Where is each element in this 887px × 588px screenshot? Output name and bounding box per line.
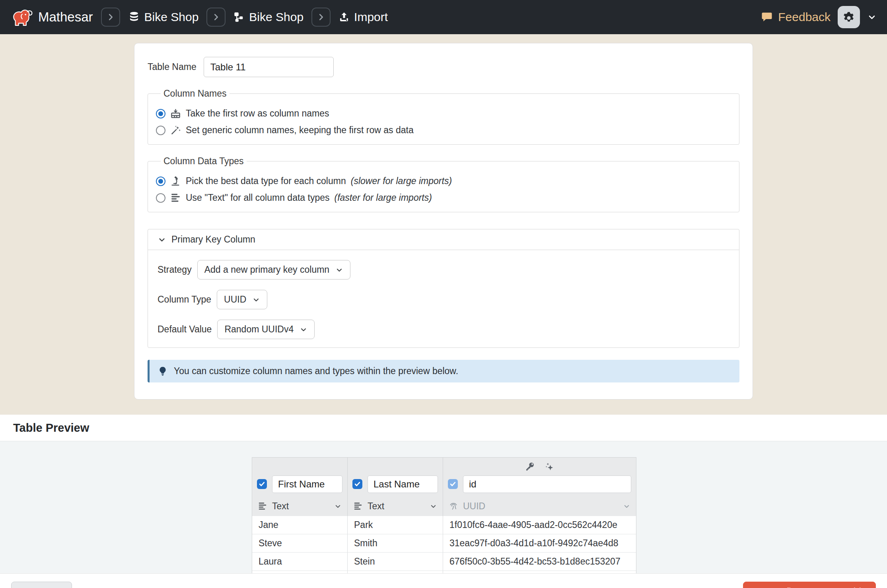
radio-first-row-as-headers[interactable] xyxy=(156,109,165,118)
column-names-legend: Column Names xyxy=(161,88,230,99)
cancel-button[interactable]: Cancel xyxy=(11,582,72,588)
column-type-label: Column Type xyxy=(158,294,211,305)
confirm-label: Confirm & create table xyxy=(768,586,867,588)
top-navbar: Mathesar Bike Shop Bike Shop Import Fee xyxy=(0,0,887,34)
chevron-down-icon xyxy=(158,235,166,244)
table-cell: Stein xyxy=(348,553,443,571)
import-settings-card: Table Name Column Names Take the first r… xyxy=(134,43,753,400)
schema-icon xyxy=(233,12,245,23)
breadcrumb-chevron-icon[interactable] xyxy=(206,8,226,27)
column-name-input[interactable] xyxy=(463,475,631,493)
confirm-create-table-button[interactable]: Confirm & create table xyxy=(743,582,876,588)
radio-detect-data-types[interactable] xyxy=(156,177,165,186)
table-row-clipped xyxy=(252,571,636,573)
primary-key-section: Primary Key Column Strategy Add a new pr… xyxy=(148,229,739,348)
feedback-link[interactable]: Feedback xyxy=(761,10,831,24)
type-select-last-name[interactable]: Text xyxy=(348,496,443,516)
header-cell-id xyxy=(443,458,636,496)
table-preview-header: Table Preview xyxy=(0,415,887,441)
option-label: Take the first row as column names xyxy=(186,108,329,119)
option-all-text[interactable]: Use "Text" for all column data types (fa… xyxy=(156,192,731,203)
strategy-label: Strategy xyxy=(158,264,192,275)
mathesar-elephant-logo-icon xyxy=(10,6,33,29)
wand-icon xyxy=(170,125,181,136)
default-value-row: Default Value Random UUIDv4 xyxy=(158,320,729,339)
text-type-icon xyxy=(170,192,181,203)
table-cell: 31eac97f-d0a3-4d1d-a10f-9492c74ae4d8 xyxy=(443,534,636,553)
breadcrumb-import[interactable]: Import xyxy=(338,10,388,24)
header-icons-row xyxy=(348,458,443,472)
table-cell: 1f010fc6-4aae-4905-aad2-0cc562c4420e xyxy=(443,516,636,534)
breadcrumb-chevron-icon[interactable] xyxy=(101,8,120,27)
brand-home-link[interactable]: Mathesar xyxy=(10,6,93,29)
chevron-down-icon xyxy=(335,266,343,274)
primary-key-icon xyxy=(525,462,535,472)
chevron-down-icon[interactable] xyxy=(867,12,877,22)
chevron-down-icon xyxy=(430,503,437,510)
column-type-row: Column Type UUID xyxy=(158,290,729,309)
navbar-right: Feedback xyxy=(761,6,877,28)
option-first-row-as-headers[interactable]: Take the first row as column names xyxy=(156,108,731,119)
brand-name: Mathesar xyxy=(38,10,93,25)
radio-all-text[interactable] xyxy=(156,193,165,203)
breadcrumb-chevron-icon[interactable] xyxy=(311,8,331,27)
column-type-value: UUID xyxy=(224,294,246,305)
option-generic-column-names[interactable]: Set generic column names, keeping the fi… xyxy=(156,125,731,136)
column-name-input[interactable] xyxy=(368,475,438,493)
option-detect-data-types[interactable]: Pick the best data type for each column … xyxy=(156,176,731,186)
type-select-first-name[interactable]: Text xyxy=(252,496,348,516)
database-icon xyxy=(128,11,140,23)
table-cell: Jane xyxy=(252,516,348,534)
table-cell: Steve xyxy=(252,534,348,553)
chevron-down-icon xyxy=(623,503,630,510)
check-icon xyxy=(752,587,763,588)
option-note: (faster for large imports) xyxy=(335,192,432,203)
table-preview-title: Table Preview xyxy=(13,421,89,435)
column-include-checkbox[interactable] xyxy=(257,479,267,489)
breadcrumb-schema[interactable]: Bike Shop xyxy=(233,10,303,24)
text-type-icon xyxy=(258,501,267,511)
option-note: (slower for large imports) xyxy=(351,176,452,186)
column-include-checkbox-disabled xyxy=(448,479,458,489)
radio-generic-column-names[interactable] xyxy=(156,126,165,135)
strategy-value: Add a new primary key column xyxy=(204,264,329,275)
default-value-value: Random UUIDv4 xyxy=(224,324,294,335)
table-row: Steve Smith 31eac97f-d0a3-4d1d-a10f-9492… xyxy=(252,534,636,553)
breadcrumb-database[interactable]: Bike Shop xyxy=(128,10,199,24)
chevron-down-icon xyxy=(252,296,260,304)
header-icons-row xyxy=(252,458,347,472)
table-name-row: Table Name xyxy=(148,57,739,77)
preview-table: Text Text UUID xyxy=(252,457,636,573)
column-include-checkbox[interactable] xyxy=(352,479,362,489)
type-label: UUID xyxy=(463,501,485,512)
table-cell: Laura xyxy=(252,553,348,571)
breadcrumb-schema-label: Bike Shop xyxy=(249,10,303,24)
lightbulb-icon xyxy=(158,366,168,376)
option-label: Set generic column names, keeping the fi… xyxy=(186,125,414,136)
settings-button[interactable] xyxy=(838,6,860,28)
feedback-label: Feedback xyxy=(778,10,831,24)
column-name-input[interactable] xyxy=(272,475,342,493)
table-header-icon xyxy=(170,108,181,119)
table-row: Jane Park 1f010fc6-4aae-4905-aad2-0cc562… xyxy=(252,516,636,534)
type-label: Text xyxy=(368,501,384,512)
table-row: Laura Stein 676f50c0-3b55-4d42-bc53-b1d8… xyxy=(252,553,636,571)
column-data-types-fieldset: Column Data Types Pick the best data typ… xyxy=(148,156,739,212)
primary-key-collapse-toggle[interactable]: Primary Key Column xyxy=(148,229,739,250)
default-value-select[interactable]: Random UUIDv4 xyxy=(217,320,315,339)
table-name-input[interactable] xyxy=(204,57,334,77)
breadcrumb-import-label: Import xyxy=(354,10,388,24)
column-type-select[interactable]: UUID xyxy=(217,290,267,309)
breadcrumb-database-label: Bike Shop xyxy=(144,10,199,24)
table-cell: 676f50c0-3b55-4d42-bc53-b1d8ec153207 xyxy=(443,553,636,571)
strategy-select[interactable]: Add a new primary key column xyxy=(197,260,350,279)
table-name-label: Table Name xyxy=(148,62,196,72)
chevron-down-icon xyxy=(334,503,342,510)
type-label: Text xyxy=(272,501,289,512)
strategy-row: Strategy Add a new primary key column xyxy=(158,260,729,279)
column-names-fieldset: Column Names Take the first row as colum… xyxy=(148,88,739,145)
info-message-text: You can customize column names and types… xyxy=(174,366,458,376)
preview-type-row: Text Text UUID xyxy=(252,496,636,516)
table-cell: Park xyxy=(348,516,443,534)
chevron-down-icon xyxy=(300,326,307,334)
